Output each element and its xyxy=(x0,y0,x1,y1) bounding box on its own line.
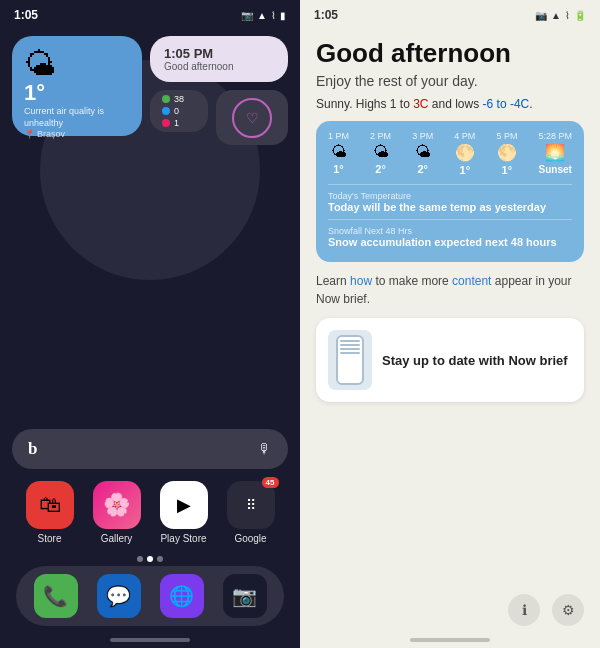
stat-row-1: 38 xyxy=(162,94,196,104)
weather-desc: Current air quality is unhealthy xyxy=(24,106,130,129)
settings-button[interactable]: ⚙ xyxy=(552,594,584,626)
weather-location: 📍 Brașov xyxy=(24,129,130,139)
app-store-item[interactable]: 🛍 Store xyxy=(26,481,74,544)
forecast-1pm: 1 PM 🌤 1° xyxy=(328,131,349,176)
weather-text-mid: and lows xyxy=(429,97,483,111)
time-right: 1:05 xyxy=(314,8,338,22)
content-link[interactable]: content xyxy=(452,274,491,288)
snowfall-label: Snowfall Next 48 Hrs xyxy=(328,226,572,236)
snowfall-info-row: Snowfall Next 48 Hrs Snow accumulation e… xyxy=(328,226,572,248)
now-subtitle: Enjoy the rest of your day. xyxy=(316,73,584,89)
gallery-icon[interactable]: 🌸 xyxy=(93,481,141,529)
stat-value-3: 1 xyxy=(174,118,179,128)
dot-2 xyxy=(147,556,153,562)
stat-dot-blue xyxy=(162,107,170,115)
forecast-hours: 1 PM 🌤 1° 2 PM 🌤 2° 3 PM 🌤 2° 4 PM 🌕 xyxy=(328,131,572,176)
battery-icon-r: 🔋 xyxy=(574,10,586,21)
browser-dock-icon[interactable]: 🌐 xyxy=(160,574,204,618)
weather-text-end: . xyxy=(529,97,532,111)
bing-logo: b xyxy=(28,439,37,459)
battery-icon: ▮ xyxy=(280,10,286,21)
time-widget[interactable]: 1:05 PM Good afternoon xyxy=(150,36,288,82)
phone-line-1 xyxy=(340,340,360,342)
phone-line-3 xyxy=(340,348,360,350)
store-icon[interactable]: 🛍 xyxy=(26,481,74,529)
google-badge: 45 xyxy=(262,477,279,488)
now-brief-card-title: Stay up to date with Now brief xyxy=(382,353,568,368)
time-left: 1:05 xyxy=(14,8,38,22)
weather-divider-2 xyxy=(328,219,572,220)
stat-dot-green xyxy=(162,95,170,103)
weather-text-before: Sunny. Highs 1 to xyxy=(316,97,413,111)
info-button[interactable]: ℹ xyxy=(508,594,540,626)
forecast-icon-4: 🌕 xyxy=(455,143,475,162)
left-panel: 1:05 📷 ▲ ⌇ ▮ 🌤 1° Current air quality is… xyxy=(0,0,300,648)
phone-line-4 xyxy=(340,352,360,354)
mic-icon[interactable]: 🎙 xyxy=(258,441,272,457)
home-indicator-left xyxy=(110,638,190,642)
playstore-icon-img: ▶ xyxy=(177,494,191,516)
heart-widget[interactable]: ♡ xyxy=(216,90,288,145)
dot-1 xyxy=(137,556,143,562)
app-google-item[interactable]: ⠿ 45 Google xyxy=(227,481,275,544)
playstore-label: Play Store xyxy=(160,533,206,544)
now-brief-card[interactable]: Stay up to date with Now brief xyxy=(316,318,584,402)
forecast-sunset: 5:28 PM 🌅 Sunset xyxy=(538,131,572,176)
dot-3 xyxy=(157,556,163,562)
forecast-4pm: 4 PM 🌕 1° xyxy=(454,131,475,176)
right-bottom-bar: ℹ ⚙ xyxy=(300,586,600,634)
temp-info-row: Today's Temperature Today will be the sa… xyxy=(328,191,572,213)
stat-value-1: 38 xyxy=(174,94,184,104)
forecast-3pm: 3 PM 🌤 2° xyxy=(412,131,433,176)
right-panel: 1:05 📷 ▲ ⌇ 🔋 Good afternoon Enjoy the re… xyxy=(300,0,600,648)
phone-dock-icon[interactable]: 📞 xyxy=(34,574,78,618)
gear-icon: ⚙ xyxy=(562,602,575,618)
time-display: 1:05 PM xyxy=(164,46,274,61)
greeting-display: Good afternoon xyxy=(164,61,274,72)
forecast-icon-5: 🌕 xyxy=(497,143,517,162)
gallery-icon-img: 🌸 xyxy=(103,492,130,518)
learn-section: Learn how to make more content appear in… xyxy=(316,272,584,308)
camera-dock-icon[interactable]: 📷 xyxy=(223,574,267,618)
stat-dot-pink xyxy=(162,119,170,127)
gallery-label: Gallery xyxy=(101,533,133,544)
status-bar-left: 1:05 📷 ▲ ⌇ ▮ xyxy=(0,0,300,26)
weather-divider-1 xyxy=(328,184,572,185)
info-icon: ℹ xyxy=(522,602,527,618)
weather-widget[interactable]: 🌤 1° Current air quality is unhealthy 📍 … xyxy=(12,36,142,136)
search-bar[interactable]: b 🎙 xyxy=(12,429,288,469)
weather-forecast-card[interactable]: 1 PM 🌤 1° 2 PM 🌤 2° 3 PM 🌤 2° 4 PM 🌕 xyxy=(316,121,584,262)
stat-row-3: 1 xyxy=(162,118,196,128)
home-indicator-right xyxy=(410,638,490,642)
google-icon[interactable]: ⠿ 45 xyxy=(227,481,275,529)
now-brief-thumbnail xyxy=(328,330,372,390)
learn-text-2: to make more xyxy=(372,274,452,288)
cam-icon-r: 📷 xyxy=(535,10,547,21)
weather-temp: 1° xyxy=(24,80,130,106)
wifi-icon: ▲ xyxy=(257,10,267,21)
store-label: Store xyxy=(38,533,62,544)
page-indicator xyxy=(0,552,300,566)
learn-text-1: Learn xyxy=(316,274,350,288)
forecast-5pm: 5 PM 🌕 1° xyxy=(496,131,517,176)
forecast-icon-1: 🌤 xyxy=(331,143,347,161)
messages-dock-icon[interactable]: 💬 xyxy=(97,574,141,618)
today-temp-label: Today's Temperature xyxy=(328,191,572,201)
app-gallery-item[interactable]: 🌸 Gallery xyxy=(93,481,141,544)
playstore-icon[interactable]: ▶ xyxy=(160,481,208,529)
widgets-area: 🌤 1° Current air quality is unhealthy 📍 … xyxy=(0,26,300,419)
google-dots-icon: ⠿ xyxy=(246,497,256,513)
stats-widget[interactable]: 38 0 1 xyxy=(150,90,208,132)
forecast-icon-sunset: 🌅 xyxy=(545,143,565,162)
phone-mockup xyxy=(336,335,364,385)
bottom-dock: 📞 💬 🌐 📷 xyxy=(16,566,284,626)
heart-icon: ♡ xyxy=(246,110,259,126)
top-widget-row: 🌤 1° Current air quality is unhealthy 📍 … xyxy=(12,36,288,145)
learn-how-link[interactable]: how xyxy=(350,274,372,288)
status-icons-left: 📷 ▲ ⌇ ▮ xyxy=(241,10,286,21)
status-icons-right: 📷 ▲ ⌇ 🔋 xyxy=(535,10,586,21)
now-brief-content: Good afternoon Enjoy the rest of your da… xyxy=(300,26,600,424)
app-playstore-item[interactable]: ▶ Play Store xyxy=(160,481,208,544)
forecast-2pm: 2 PM 🌤 2° xyxy=(370,131,391,176)
weather-icon: 🌤 xyxy=(24,48,130,80)
